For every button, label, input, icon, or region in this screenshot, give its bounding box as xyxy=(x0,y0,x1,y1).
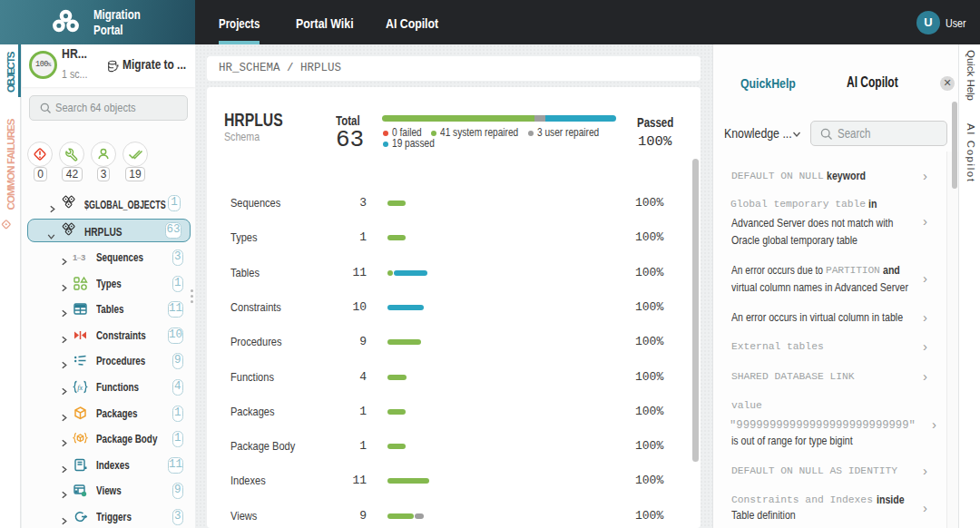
svg-text:fx: fx xyxy=(77,384,83,392)
svg-text:COMMON FAILURES: COMMON FAILURES xyxy=(5,118,16,210)
svg-text:1: 1 xyxy=(73,252,78,262)
svg-text:AI Copilot: AI Copilot xyxy=(965,123,976,182)
svg-text:3: 3 xyxy=(81,252,85,262)
svg-text:Quick Help: Quick Help xyxy=(965,50,976,101)
svg-text:OBJECTS: OBJECTS xyxy=(5,51,16,93)
